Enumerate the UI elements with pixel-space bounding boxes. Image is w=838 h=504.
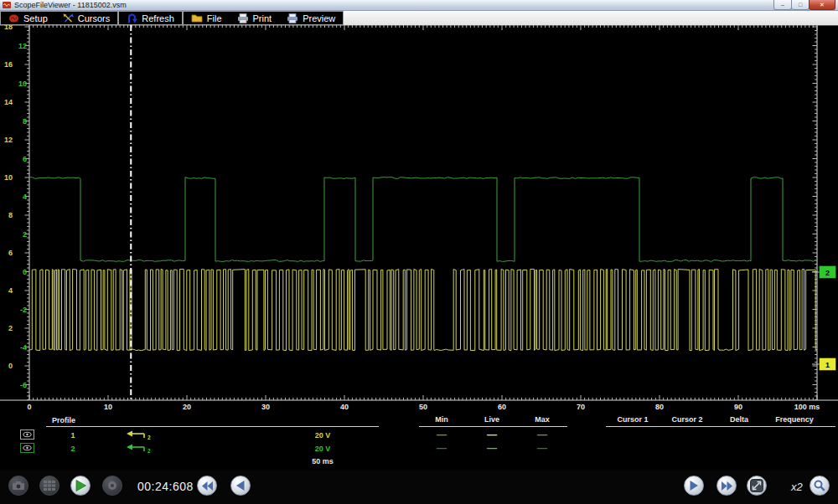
yellow-axis-labels: 181614121086420 [4,25,13,370]
magnifier-icon [814,480,825,491]
snapshot-button[interactable] [8,476,28,496]
svg-text:4: 4 [23,193,27,201]
file-button[interactable]: File [184,12,230,24]
channel-1-zero-marker: 1 [812,358,836,371]
svg-text:-6: -6 [20,381,27,389]
record-button[interactable] [102,476,122,496]
minimize-button[interactable]: – [773,0,792,10]
resize-icon [750,479,763,492]
zoom-button[interactable] [810,476,830,496]
svg-text:12: 12 [4,136,13,144]
svg-text:60: 60 [498,403,506,411]
max-value: — [537,442,547,454]
cursor2-column-header: Cursor 2 [671,415,702,424]
camera-icon [12,481,25,491]
channel-number: 2 [70,445,75,453]
channel-number: 1 [70,431,75,440]
zoom-factor-label: x2 [791,481,803,493]
close-button[interactable]: ✕ [809,0,835,10]
svg-text:-4: -4 [20,343,27,352]
svg-text:14: 14 [4,98,13,106]
channel-row-2: 2220 V——— [21,442,548,455]
toolbar-group-file: File Print Preview [183,11,344,25]
svg-text:80: 80 [655,403,664,411]
record-icon [107,481,117,491]
maximize-button[interactable]: □ [791,0,810,10]
window-title: ScopeFileViewer - 11815002.vsm [14,0,127,11]
live-value: — [487,429,497,440]
svg-text:16: 16 [4,60,13,69]
refresh-icon [127,13,137,23]
playback-control-bar: 00:24:608 x2 [0,471,838,504]
cursors-icon [63,13,74,23]
timebase-value: 50 ms [312,457,334,465]
min-value: — [437,429,447,440]
toolbar: Setup Cursors Refresh File [0,11,838,25]
resize-button[interactable] [747,476,767,496]
profile-label: Profile [52,416,75,424]
svg-text:2: 2 [825,269,830,277]
frame-grid-button[interactable] [39,476,59,496]
svg-text:0: 0 [27,403,31,411]
refresh-button[interactable]: Refresh [119,12,182,24]
svg-text:10: 10 [18,80,27,88]
svg-text:30: 30 [261,403,270,411]
svg-text:100 ms: 100 ms [794,403,820,411]
svg-text:90: 90 [734,403,742,411]
preview-button[interactable]: Preview [279,12,343,24]
svg-text:12: 12 [18,42,27,50]
step-forward-icon [690,481,698,491]
svg-text:10: 10 [4,173,13,182]
svg-text:0: 0 [8,362,13,370]
svg-text:2: 2 [23,230,27,239]
cursor1-column-header: Cursor 1 [617,415,648,424]
delta-column-header: Delta [730,415,749,424]
max-column-header: Max [535,415,550,424]
step-forward-button[interactable] [684,476,704,496]
svg-text:8: 8 [8,211,13,219]
print-button[interactable]: Print [230,12,280,24]
min-column-header: Min [435,415,448,424]
play-icon [75,480,86,491]
app-icon [3,1,11,9]
svg-text:50: 50 [419,403,427,411]
x-axis-labels: 0102030405060708090100 ms [27,403,820,411]
svg-text:6: 6 [8,249,13,257]
title-bar: ScopeFileViewer - 11815002.vsm – □ ✕ [0,0,838,11]
channel-1-trace [29,270,817,351]
printer-icon [237,13,249,23]
svg-text:0: 0 [23,268,27,276]
svg-text:8: 8 [23,117,27,126]
setup-icon [8,13,19,23]
channel-2-visibility-toggle[interactable] [21,444,34,453]
play-button[interactable] [70,476,91,496]
fast-forward-icon [722,481,732,491]
svg-text:2: 2 [8,324,13,332]
scope-display: 181614121086420121086420-2-4-60102030405… [0,25,838,471]
channel-1-probe-icon: 2 [127,431,151,441]
live-column-header: Live [484,415,499,424]
svg-text:2: 2 [147,435,151,440]
svg-text:20: 20 [183,403,191,411]
rewind-icon [202,481,213,491]
channel-2-probe-icon: 2 [127,445,151,455]
fast-forward-button[interactable] [716,476,737,496]
svg-text:-2: -2 [20,306,27,314]
channel-1-visibility-toggle[interactable] [21,430,34,440]
svg-text:2: 2 [147,448,151,454]
filmstrip-icon [44,481,55,491]
svg-text:40: 40 [340,403,349,411]
live-value: — [487,442,497,454]
svg-text:4: 4 [8,286,13,295]
channel-scale-value: 20 V [315,431,331,440]
min-value: — [437,442,447,454]
rewind-button[interactable] [197,476,217,496]
step-back-button[interactable] [230,476,251,496]
channel-scale-value: 20 V [315,445,331,453]
toolbar-group-setup: Setup Cursors [0,11,118,25]
folder-icon [191,13,203,23]
channel-row-1: 1220 V——— [21,429,548,441]
cursors-button[interactable]: Cursors [55,12,118,24]
setup-button[interactable]: Setup [1,12,55,24]
preview-icon [287,13,298,23]
